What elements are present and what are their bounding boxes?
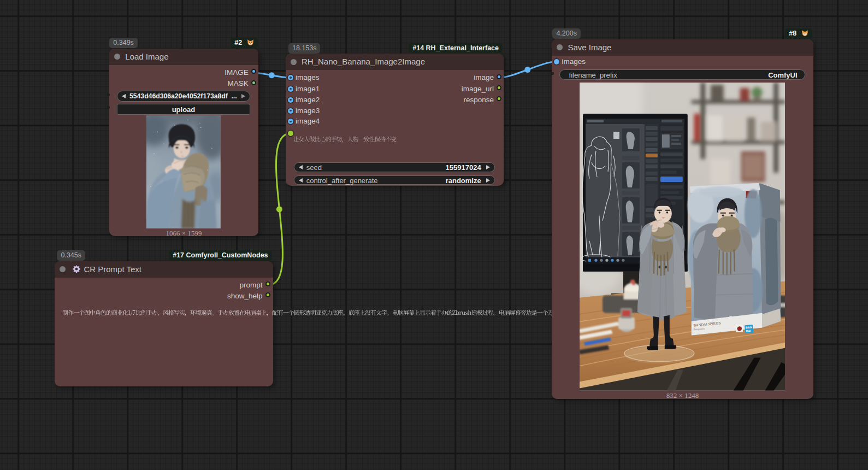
svg-text:BAN: BAN: [745, 326, 752, 330]
svg-text:DAI: DAI: [746, 329, 751, 333]
